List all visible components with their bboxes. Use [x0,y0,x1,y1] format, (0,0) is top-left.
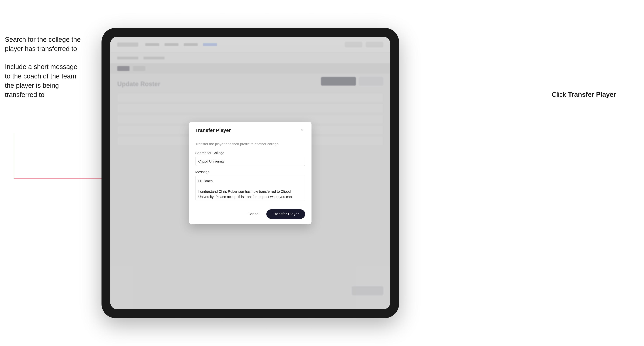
search-college-label: Search for College [195,151,305,155]
annotation-line6: transferred to [5,91,44,98]
left-annotation: Search for the college the player has tr… [5,35,81,108]
close-icon: × [301,128,303,133]
message-label: Message [195,170,305,174]
annotation-line5: the player is being [5,82,59,89]
modal-footer: Cancel Transfer Player [189,206,312,224]
annotation-line4: to the coach of the team [5,72,76,80]
modal-close-button[interactable]: × [299,127,305,134]
tablet-frame: Update Roster Transfer Player [102,28,399,318]
modal-body: Transfer the player and their profile to… [189,137,312,206]
modal-title: Transfer Player [195,128,231,133]
cancel-button[interactable]: Cancel [244,210,263,218]
right-annotation: Click Transfer Player [552,91,616,98]
modal-header: Transfer Player × [189,122,312,137]
transfer-player-button[interactable]: Transfer Player [266,209,305,219]
annotation-line3: Include a short message [5,63,77,70]
search-college-input[interactable] [195,157,305,166]
annotation-right-prefix: Click [552,91,568,98]
modal-subtitle: Transfer the player and their profile to… [195,142,305,146]
transfer-player-modal: Transfer Player × Transfer the player an… [189,122,312,224]
annotation-line1: Search for the college the [5,36,81,43]
modal-overlay: Transfer Player × Transfer the player an… [110,37,390,309]
message-textarea[interactable] [195,176,305,200]
annotation-right-bold: Transfer Player [568,91,616,98]
tablet-screen: Update Roster Transfer Player [110,37,390,309]
annotation-line2: player has transferred to [5,45,77,52]
